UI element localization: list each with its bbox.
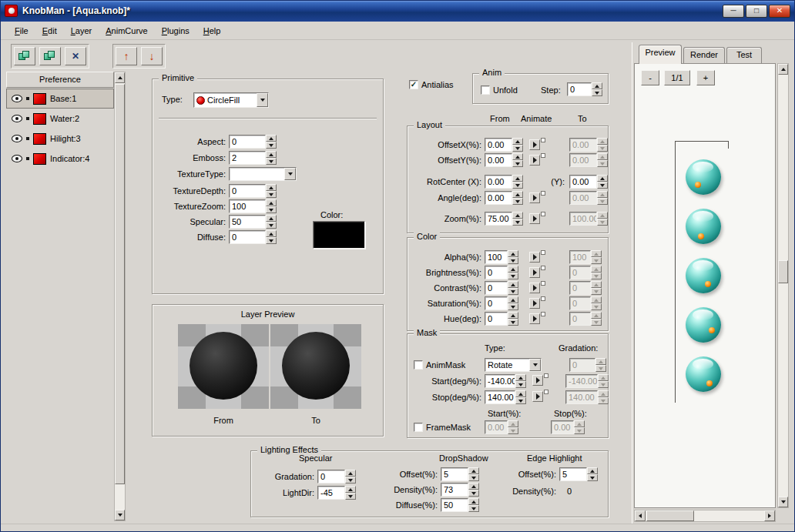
- offsety-animate-button[interactable]: [529, 154, 546, 167]
- animate-flag-box[interactable]: [541, 266, 545, 270]
- edge-offset-spinner[interactable]: 5: [559, 467, 598, 481]
- spin-up-icon[interactable]: [266, 215, 277, 222]
- spin-down-icon[interactable]: [512, 219, 523, 226]
- animate-flag-box[interactable]: [541, 191, 545, 196]
- mask-stop-from-spinner[interactable]: 140.00: [485, 390, 526, 404]
- hue-from-spinner[interactable]: 0: [485, 312, 518, 326]
- aspect-spinner[interactable]: 0: [229, 135, 277, 149]
- animate-flag-box[interactable]: [541, 281, 545, 286]
- move-layer-up-button[interactable]: ↑: [116, 47, 137, 65]
- offsetx-from-spinner[interactable]: 0.00: [485, 138, 523, 152]
- saturation-from-spinner[interactable]: 0: [485, 296, 518, 310]
- checkbox-check-icon[interactable]: [409, 80, 418, 89]
- layer-color-swatch[interactable]: [33, 93, 46, 105]
- spin-up-icon[interactable]: [508, 266, 518, 273]
- dropdown-arrow-icon[interactable]: [257, 93, 268, 107]
- spin-down-icon[interactable]: [515, 397, 526, 404]
- scroll-down-icon[interactable]: [778, 497, 788, 507]
- spin-up-icon[interactable]: [597, 175, 608, 182]
- spin-up-icon[interactable]: [266, 199, 277, 206]
- layer-color-swatch[interactable]: [33, 133, 46, 145]
- mask-start-from-spinner[interactable]: -140.00: [485, 374, 526, 388]
- checkbox-icon[interactable]: [481, 85, 490, 95]
- spin-up-icon[interactable]: [587, 467, 598, 474]
- alpha-animate-button[interactable]: [529, 251, 546, 264]
- brightness-animate-button[interactable]: [529, 266, 546, 279]
- spin-down-icon[interactable]: [592, 89, 602, 96]
- scroll-thumb[interactable]: [778, 260, 788, 283]
- menu-edit[interactable]: Edit: [35, 24, 64, 38]
- menu-help[interactable]: Help: [196, 24, 228, 38]
- scroll-left-icon[interactable]: [635, 510, 646, 521]
- scroll-right-icon[interactable]: [764, 510, 775, 521]
- tab-test[interactable]: Test: [726, 47, 762, 63]
- brightness-from-spinner[interactable]: 0: [485, 266, 518, 279]
- mask-type-dropdown[interactable]: Rotate: [485, 358, 542, 372]
- animate-flag-box[interactable]: [541, 312, 545, 316]
- zoom-out-button[interactable]: -: [641, 70, 659, 85]
- spin-up-icon[interactable]: [512, 153, 523, 160]
- spin-down-icon[interactable]: [266, 158, 277, 165]
- mask-stop-animate-button[interactable]: [532, 390, 549, 403]
- primitive-color-swatch[interactable]: [313, 221, 365, 249]
- specular-spinner[interactable]: 50: [229, 215, 277, 229]
- spin-down-icon[interactable]: [508, 288, 518, 295]
- duplicate-layer-button[interactable]: [39, 47, 61, 65]
- spin-down-icon[interactable]: [512, 198, 523, 205]
- spin-up-icon[interactable]: [266, 135, 277, 142]
- layer-panel-header[interactable]: Preference: [6, 72, 114, 88]
- layer-item-water[interactable]: Water:2: [6, 109, 114, 129]
- spin-down-icon[interactable]: [266, 237, 277, 244]
- zoom-from-spinner[interactable]: 75.00: [485, 212, 523, 226]
- spin-up-icon[interactable]: [512, 212, 523, 219]
- unfold-checkbox[interactable]: Unfold: [481, 84, 518, 96]
- contrast-from-spinner[interactable]: 0: [485, 281, 518, 295]
- spin-up-icon[interactable]: [512, 175, 523, 182]
- layer-color-swatch[interactable]: [33, 153, 46, 165]
- texturezoom-spinner[interactable]: 100: [229, 199, 277, 213]
- spin-down-icon[interactable]: [512, 160, 523, 167]
- spin-down-icon[interactable]: [512, 145, 523, 152]
- maximize-icon[interactable]: □: [746, 5, 767, 18]
- zoom-animate-button[interactable]: [529, 212, 546, 226]
- spin-up-icon[interactable]: [515, 390, 526, 397]
- scroll-down-icon[interactable]: [115, 510, 125, 520]
- angle-from-spinner[interactable]: 0.00: [485, 191, 523, 205]
- layer-color-swatch[interactable]: [33, 113, 46, 125]
- spin-up-icon[interactable]: [592, 82, 602, 89]
- texturetype-dropdown[interactable]: [229, 167, 297, 181]
- spin-up-icon[interactable]: [512, 191, 523, 198]
- menu-layer[interactable]: Layer: [64, 24, 99, 38]
- new-layer-button[interactable]: [14, 47, 35, 65]
- scroll-up-icon[interactable]: [778, 64, 788, 75]
- layer-item-hilight[interactable]: Hilight:3: [6, 129, 114, 149]
- dropdown-arrow-icon[interactable]: [284, 168, 296, 180]
- offsetx-animate-button[interactable]: [529, 139, 546, 152]
- layer-panel-scrollbar[interactable]: [114, 72, 126, 521]
- tab-preview[interactable]: Preview: [639, 45, 682, 64]
- scroll-thumb[interactable]: [646, 510, 694, 521]
- primitive-type-dropdown[interactable]: CircleFill: [193, 92, 269, 108]
- alpha-from-spinner[interactable]: 100: [485, 250, 518, 264]
- emboss-spinner[interactable]: 2: [229, 151, 277, 165]
- menu-plugins[interactable]: Plugins: [155, 24, 196, 38]
- visibility-eye-icon[interactable]: [12, 95, 22, 102]
- rotcenter-y-spinner[interactable]: 0.00: [569, 175, 608, 189]
- contrast-animate-button[interactable]: [529, 282, 546, 295]
- animate-flag-box[interactable]: [544, 390, 548, 394]
- diffuse-spinner[interactable]: 0: [229, 230, 277, 244]
- spin-down-icon[interactable]: [508, 257, 518, 264]
- title-bar[interactable]: KnobMan - [Aqua.knob]* ─ □ ✕: [0, 0, 795, 22]
- animmask-checkbox[interactable]: AnimMask: [414, 359, 465, 371]
- spin-down-icon[interactable]: [508, 319, 518, 326]
- delete-layer-button[interactable]: ✕: [65, 47, 86, 65]
- step-spinner[interactable]: 0: [567, 82, 602, 96]
- zoom-in-button[interactable]: +: [696, 70, 715, 85]
- spin-down-icon[interactable]: [266, 206, 277, 213]
- close-icon[interactable]: ✕: [769, 5, 790, 18]
- animate-flag-box[interactable]: [541, 250, 545, 255]
- spin-up-icon[interactable]: [266, 184, 277, 191]
- spin-down-icon[interactable]: [266, 142, 277, 149]
- saturation-animate-button[interactable]: [529, 297, 546, 310]
- spin-up-icon[interactable]: [515, 374, 526, 381]
